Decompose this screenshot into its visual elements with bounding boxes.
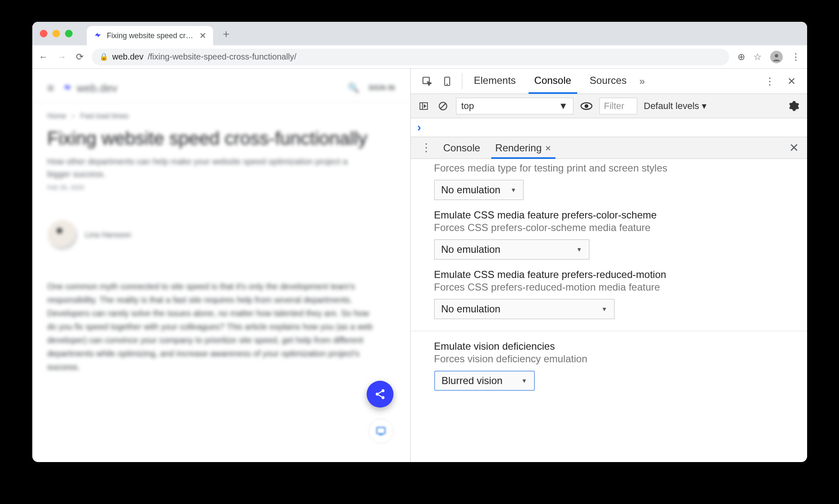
- drawer-menu-icon[interactable]: ⋮: [417, 137, 436, 158]
- vision-value: Blurred vision: [442, 375, 503, 387]
- site-logo[interactable]: web.dev: [63, 82, 117, 95]
- media-type-value: No emulation: [441, 184, 500, 196]
- devtools-drawer: ⋮ Console Rendering ✕ ✕ Forces media typ…: [411, 137, 807, 462]
- section-color-scheme: Emulate CSS media feature prefers-color-…: [434, 209, 784, 260]
- svg-point-1: [381, 389, 384, 392]
- feedback-fab[interactable]: [368, 418, 393, 444]
- log-levels-dropdown[interactable]: Default levels ▾: [644, 101, 706, 112]
- section-vision-deficiency: Emulate vision deficiencies Forces visio…: [434, 340, 784, 391]
- author-name[interactable]: Lina Hansson: [85, 231, 131, 239]
- console-prompt-icon: ›: [417, 121, 421, 134]
- bookmark-icon[interactable]: ☆: [753, 52, 762, 62]
- page-viewport: ≡ web.dev 🔍 SIGN IN Home › Fast load: [32, 69, 411, 462]
- content-area: ≡ web.dev 🔍 SIGN IN Home › Fast load: [32, 69, 807, 462]
- browser-window: Fixing website speed cross-fun ✕ ＋ ← → ⟳…: [32, 22, 807, 462]
- install-icon[interactable]: ⊕: [737, 52, 745, 62]
- svg-point-3: [381, 396, 384, 399]
- dropdown-caret-icon: ▼: [511, 187, 516, 193]
- console-sidebar-toggle-icon[interactable]: [417, 101, 430, 111]
- svg-point-2: [375, 393, 378, 396]
- reduced-motion-value: No emulation: [441, 303, 500, 315]
- context-value: top: [461, 101, 474, 112]
- dropdown-caret-icon: ▼: [559, 101, 568, 112]
- svg-marker-10: [424, 105, 426, 107]
- drawer-tab-rendering-label: Rendering: [495, 142, 542, 154]
- chevron-right-icon: ›: [72, 112, 75, 120]
- forward-button[interactable]: →: [57, 52, 67, 62]
- dropdown-caret-icon: ▼: [576, 246, 582, 253]
- vision-desc: Forces vision deficiency emulation: [434, 353, 784, 365]
- vision-deficiency-dropdown[interactable]: Blurred vision ▼: [434, 371, 535, 391]
- search-icon[interactable]: 🔍: [348, 83, 359, 94]
- dropdown-caret-icon: ▼: [521, 377, 527, 384]
- device-toggle-icon[interactable]: [441, 76, 453, 87]
- share-fab[interactable]: [367, 381, 393, 408]
- dropdown-caret-icon: ▼: [602, 306, 607, 312]
- reduced-motion-title: Emulate CSS media feature prefers-reduce…: [434, 269, 784, 281]
- maximize-window-button[interactable]: [65, 30, 73, 37]
- article-subtitle: How other departments can help make your…: [47, 155, 358, 180]
- article-date: Feb 28, 2020: [47, 184, 395, 191]
- browser-menu-icon[interactable]: ⋮: [791, 52, 800, 62]
- section-divider: [411, 331, 807, 331]
- svg-rect-4: [377, 427, 385, 434]
- section-media-type: Forces media type for testing print and …: [434, 162, 784, 200]
- hamburger-icon[interactable]: ≡: [47, 81, 54, 95]
- back-button[interactable]: ←: [39, 52, 48, 62]
- vision-title: Emulate vision deficiencies: [434, 340, 784, 352]
- close-window-button[interactable]: [40, 30, 47, 37]
- live-expression-icon[interactable]: [580, 102, 593, 110]
- new-tab-button[interactable]: ＋: [221, 26, 232, 41]
- crumb-section[interactable]: Fast load times: [81, 112, 129, 120]
- drawer-tab-console-label: Console: [443, 142, 480, 154]
- tab-strip: Fixing website speed cross-fun ✕ ＋: [32, 22, 807, 45]
- devtools-panel: Elements Console Sources » ⋮ ✕ top: [411, 69, 807, 462]
- tab-sources[interactable]: Sources: [581, 69, 636, 94]
- devtools-tabs: Elements Console Sources » ⋮ ✕: [411, 69, 807, 94]
- section-reduced-motion: Emulate CSS media feature prefers-reduce…: [434, 269, 784, 319]
- svg-point-14: [584, 104, 588, 108]
- reduced-motion-dropdown[interactable]: No emulation ▼: [434, 299, 615, 319]
- profile-avatar[interactable]: [770, 51, 783, 63]
- site-name: web.dev: [77, 82, 117, 95]
- drawer-close-icon[interactable]: ✕: [789, 137, 801, 158]
- reduced-motion-desc: Forces CSS prefers-reduced-motion media …: [434, 281, 784, 293]
- more-tabs-icon[interactable]: »: [636, 75, 649, 87]
- signin-button[interactable]: SIGN IN: [368, 84, 395, 92]
- breadcrumb: Home › Fast load times: [47, 112, 395, 120]
- color-scheme-title: Emulate CSS media feature prefers-color-…: [434, 209, 784, 221]
- url-host: web.dev: [112, 52, 144, 62]
- author-avatar: [47, 220, 78, 250]
- article-body: One common myth connected to site speed …: [47, 280, 379, 374]
- minimize-window-button[interactable]: [52, 30, 60, 37]
- reload-button[interactable]: ⟳: [76, 52, 83, 62]
- console-output[interactable]: ›: [411, 118, 807, 137]
- svg-line-12: [440, 104, 446, 109]
- context-selector[interactable]: top ▼: [456, 98, 573, 114]
- tab-console[interactable]: Console: [525, 69, 581, 94]
- inspect-icon[interactable]: [421, 76, 433, 87]
- browser-tab[interactable]: Fixing website speed cross-fun ✕: [87, 26, 213, 45]
- console-toolbar: top ▼ Filter Default levels ▾: [411, 94, 807, 118]
- drawer-tab-console[interactable]: Console: [436, 137, 488, 158]
- logo-mark-icon: [63, 83, 73, 94]
- color-scheme-value: No emulation: [441, 244, 500, 255]
- article-title: Fixing website speed cross-functionally: [47, 128, 395, 149]
- drawer-tab-rendering[interactable]: Rendering ✕: [488, 137, 559, 158]
- tab-title: Fixing website speed cross-fun: [107, 31, 195, 40]
- tab-elements[interactable]: Elements: [465, 69, 525, 94]
- console-settings-icon[interactable]: [788, 101, 800, 112]
- address-bar: ← → ⟳ 🔒 web.dev/fixing-website-speed-cro…: [32, 45, 807, 69]
- devtools-menu-icon[interactable]: ⋮: [763, 75, 776, 87]
- clear-console-icon[interactable]: [437, 101, 449, 111]
- color-scheme-dropdown[interactable]: No emulation ▼: [434, 239, 589, 260]
- omnibox[interactable]: 🔒 web.dev/fixing-website-speed-cross-fun…: [92, 49, 729, 65]
- devtools-close-icon[interactable]: ✕: [785, 75, 798, 87]
- filter-input[interactable]: Filter: [599, 98, 637, 114]
- rendering-panel[interactable]: Forces media type for testing print and …: [411, 159, 807, 462]
- svg-point-0: [775, 54, 778, 57]
- crumb-home[interactable]: Home: [47, 112, 66, 120]
- media-type-dropdown[interactable]: No emulation ▼: [434, 180, 524, 200]
- tab-close-icon[interactable]: ✕: [199, 31, 206, 41]
- drawer-tab-close-icon[interactable]: ✕: [545, 144, 551, 153]
